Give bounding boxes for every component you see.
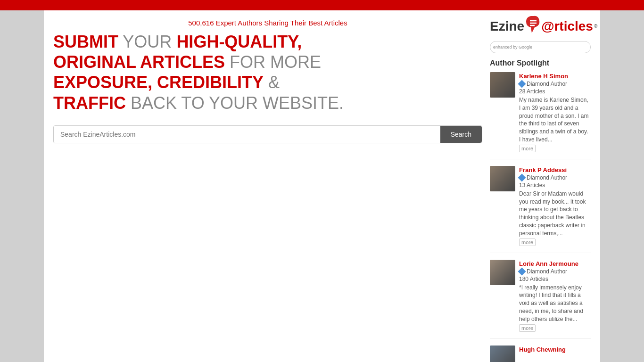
diamond-icon: [518, 267, 526, 275]
top-bar: [0, 0, 644, 10]
author-badge: Diamond Author: [519, 174, 591, 181]
logo-ezine: Ezine: [490, 19, 524, 34]
headline-your: YOUR: [118, 32, 176, 51]
headline-and: &: [264, 73, 280, 92]
author-spotlight-title: Author Spotlight: [490, 59, 591, 67]
author-name[interactable]: Lorie Ann Jermoune: [519, 260, 578, 267]
author-name[interactable]: Karlene H Simon: [519, 73, 568, 80]
author-card: Lorie Ann JermouneDiamond Author180 Arti…: [490, 260, 591, 339]
headline-traffic: TRAFFIC: [53, 93, 126, 113]
headline-high-quality: HIGH-QUALITY,: [176, 32, 302, 51]
author-articles-count: 13 Articles: [519, 182, 591, 189]
avatar: [490, 166, 515, 191]
author-name[interactable]: Hugh Chewning: [519, 346, 566, 353]
header-main: 500,616 Expert Authors Sharing Their Bes…: [53, 15, 482, 362]
author-badge: Diamond Author: [519, 268, 591, 275]
author-more-link[interactable]: more: [519, 145, 536, 152]
search-input[interactable]: [54, 126, 440, 143]
author-info: Karlene H SimonDiamond Author28 Articles…: [519, 72, 591, 152]
author-articles-count: 28 Articles: [519, 88, 591, 95]
diamond-icon: [518, 173, 526, 181]
headline: SUBMIT YOUR HIGH-QUALITY, ORIGINAL ARTIC…: [53, 29, 482, 116]
author-info: Frank P AddessiDiamond Author13 Articles…: [519, 166, 591, 246]
diamond-icon: [518, 80, 526, 88]
author-info: Hugh Chewning: [519, 346, 591, 362]
badge-text: Diamond Author: [527, 81, 567, 87]
google-search-input[interactable]: [534, 44, 591, 50]
headline-exposure: EXPOSURE, CREDIBILITY: [53, 73, 264, 92]
search-button[interactable]: Search: [440, 126, 482, 143]
author-card: Frank P AddessiDiamond Author13 Articles…: [490, 166, 591, 253]
author-badge: Diamond Author: [519, 81, 591, 87]
google-search-bar[interactable]: enhanced by Google Search: [490, 41, 591, 53]
badge-text: Diamond Author: [527, 268, 567, 275]
headline-back: BACK TO YOUR WEBSITE.: [126, 93, 344, 113]
tagline: 500,616 Expert Authors Sharing Their Bes…: [53, 15, 482, 29]
headline-for-more: FOR MORE: [225, 52, 321, 72]
author-articles-count: 180 Articles: [519, 276, 591, 282]
logo-area: Ezine @rticles®: [490, 15, 591, 41]
sidebar: Ezine @rticles® enhanced by Google: [482, 15, 591, 362]
author-card: Karlene H SimonDiamond Author28 Articles…: [490, 72, 591, 159]
author-name[interactable]: Frank P Addessi: [519, 166, 567, 173]
search-bar: Search: [53, 125, 482, 143]
author-more-link[interactable]: more: [519, 239, 536, 246]
logo: Ezine @rticles®: [490, 15, 597, 37]
headline-original: ORIGINAL ARTICLES: [53, 52, 225, 72]
avatar: [490, 72, 515, 98]
enhanced-by-google-label: enhanced by Google: [493, 45, 534, 49]
headline-submit: SUBMIT: [53, 32, 118, 51]
author-more-link[interactable]: more: [519, 324, 536, 332]
logo-reg: ®: [594, 24, 597, 29]
avatar: [490, 260, 515, 285]
author-info: Lorie Ann JermouneDiamond Author180 Arti…: [519, 260, 591, 332]
author-bio: Dear Sir or Madam would you read my book…: [519, 190, 591, 238]
authors-container: Karlene H SimonDiamond Author28 Articles…: [490, 72, 591, 362]
logo-at: @rticles: [541, 19, 593, 34]
author-card: Hugh Chewning: [490, 346, 591, 362]
logo-icon: [525, 15, 540, 37]
author-bio: My name is Karlene Simon, I am 39 years …: [519, 96, 591, 144]
badge-text: Diamond Author: [527, 174, 567, 181]
avatar: [490, 346, 515, 362]
author-bio: *I really immensely enjoy writing! I fin…: [519, 284, 591, 323]
